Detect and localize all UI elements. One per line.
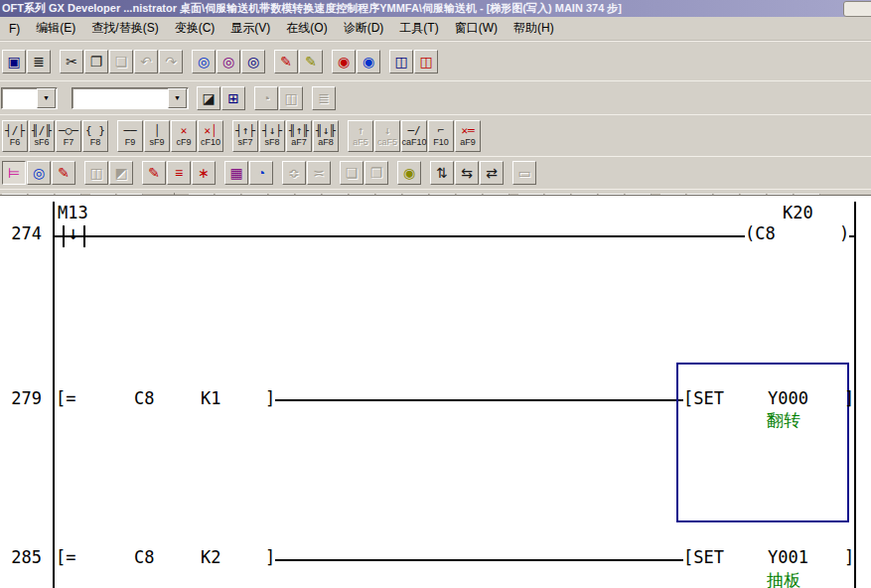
delete-row-button[interactable]: ≍ xyxy=(307,161,331,185)
set-instruction[interactable]: [SET xyxy=(683,388,724,408)
cascade-windows-button[interactable]: ◫ xyxy=(389,50,413,74)
toolbar-standard: ▣ ≣ ✂ ❐ ❏ ↶ ↷ xyxy=(0,41,871,80)
ladder-edit-mode-button[interactable]: ⊨ xyxy=(2,161,26,185)
read-mode-button[interactable]: ◎ xyxy=(27,161,51,185)
compare-open-bracket[interactable]: [= xyxy=(56,547,75,567)
device-comment-edit-button[interactable]: ✎ xyxy=(142,161,166,185)
delete-vertical-line-button[interactable]: ✕│ cF10 xyxy=(198,120,223,152)
menu-diagnostics[interactable]: 诊断(D) xyxy=(336,17,392,40)
save-button[interactable]: ▣ xyxy=(2,50,26,74)
undo-button[interactable]: ↶ xyxy=(134,50,158,74)
rising-pulse-parallel-button[interactable]: ╢↑╟ aF7 xyxy=(286,120,312,152)
falling-pulse-contact[interactable]: ↓ xyxy=(68,221,78,243)
menu-help[interactable]: 帮助(H) xyxy=(506,17,562,40)
statement-edit-button[interactable]: ≡ xyxy=(167,161,191,185)
line-delete-button[interactable]: ✕═ aF9 xyxy=(455,120,481,152)
menu-window[interactable]: 窗口(W) xyxy=(447,17,506,40)
data-list-button[interactable]: ≣ xyxy=(312,86,336,110)
compare-operand-1[interactable]: C8 xyxy=(134,547,154,567)
device-comment[interactable]: 翻转 xyxy=(767,411,800,429)
falling-pulse-button[interactable]: ┤↓├ sF8 xyxy=(259,120,285,152)
compare-close-bracket[interactable]: ] xyxy=(265,388,275,408)
set-instruction[interactable]: [SET xyxy=(683,547,724,567)
monitor-start-button[interactable]: ◉ xyxy=(332,50,356,74)
chevron-down-icon[interactable]: ▼ xyxy=(37,88,56,108)
find-contact-coil-button[interactable]: ◎ xyxy=(192,50,216,74)
application-instruction-button[interactable]: { } F8 xyxy=(82,120,108,152)
contact-closed-button[interactable]: ┤/├ F6 xyxy=(2,120,28,152)
left-power-rail xyxy=(53,202,55,588)
counter-coil-close[interactable]: ) xyxy=(839,223,849,243)
compare-operand-1[interactable]: C8 xyxy=(134,388,154,408)
set-close-bracket[interactable]: ] xyxy=(844,388,854,408)
device-test-button[interactable]: ◉ xyxy=(397,161,421,185)
falling-transition-button[interactable]: ↓ caF5 xyxy=(374,120,400,152)
compare-close-bracket[interactable]: ] xyxy=(265,547,275,567)
window-control-button[interactable] xyxy=(843,1,871,17)
menu-tools[interactable]: 工具(T) xyxy=(391,17,446,40)
delete-horizontal-line-button[interactable]: ✕ cF9 xyxy=(171,120,197,152)
compare-operand-2[interactable]: K1 xyxy=(201,388,220,408)
write-mode-button[interactable]: ✎ xyxy=(52,161,75,185)
rung-wire xyxy=(85,235,745,237)
rung-wire xyxy=(55,235,63,237)
overwrite-mode-button[interactable]: ✎ xyxy=(299,50,323,74)
note-display-button[interactable]: ⇄ xyxy=(480,161,504,185)
set-device[interactable]: Y000 xyxy=(768,388,808,408)
menu-find-replace[interactable]: 查找/替换(S) xyxy=(83,17,166,40)
set-device[interactable]: Y001 xyxy=(768,547,808,567)
monitor-stop-button[interactable]: ◉ xyxy=(357,50,380,74)
insert-column-button[interactable]: ❏ xyxy=(340,161,363,185)
menu-edit[interactable]: 编辑(E) xyxy=(28,17,83,40)
horizontal-line-button[interactable]: ── F9 xyxy=(117,120,143,152)
chevron-down-icon[interactable]: ▼ xyxy=(168,88,187,108)
clock-setting-button[interactable]: ◔ xyxy=(249,161,273,185)
cut-button[interactable]: ✂ xyxy=(60,50,83,74)
print-button[interactable]: ≣ xyxy=(27,50,51,74)
falling-pulse-parallel-button[interactable]: ╢↓╟ aF8 xyxy=(313,120,339,152)
buffer-memory-button[interactable]: ▭ xyxy=(512,161,536,185)
rising-transition-button[interactable]: ↑ aF5 xyxy=(348,120,373,152)
compare-open-bracket[interactable]: [= xyxy=(56,388,75,408)
copy-button[interactable]: ❐ xyxy=(84,50,108,74)
counter-coil-open[interactable]: (C8 xyxy=(745,223,776,243)
counter-preset-value[interactable]: K20 xyxy=(783,203,813,222)
contact-closed-parallel-button[interactable]: ╢/╟ sF6 xyxy=(29,120,55,152)
right-power-rail xyxy=(854,202,856,588)
coil-button[interactable]: ─○─ F7 xyxy=(56,120,81,152)
view-alias-button[interactable]: ◫ xyxy=(279,86,303,110)
view-comment-button[interactable]: ◔ xyxy=(254,86,278,110)
statement-display-button[interactable]: ⇆ xyxy=(455,161,479,185)
comment-display-button[interactable]: ⇅ xyxy=(430,161,454,185)
monitor-write-mode-button[interactable]: ◩ xyxy=(109,161,133,185)
find-device-button[interactable]: ◎ xyxy=(217,50,240,74)
note-edit-button[interactable]: ∗ xyxy=(192,161,216,185)
insert-mode-button[interactable]: ✎ xyxy=(274,50,298,74)
line-draw-button[interactable]: ⌐ F10 xyxy=(428,120,454,152)
insert-row-button[interactable]: ≎ xyxy=(282,161,306,185)
find-window-button[interactable]: ◪ xyxy=(197,86,220,110)
menu-convert[interactable]: 变换(C) xyxy=(167,17,223,40)
toolbar-ladder-edit: ⊨ ◎ ✎ ◫ ◩ ✎ ≡ xyxy=(0,156,871,189)
menu-online[interactable]: 在线(O) xyxy=(278,17,335,40)
set-close-bracket[interactable]: ] xyxy=(844,547,854,567)
ladder-symbol-combo[interactable]: ▼ xyxy=(1,87,58,109)
project-data-toggle-button[interactable]: ◫ xyxy=(414,50,438,74)
find-string-button[interactable]: ◎ xyxy=(241,50,265,74)
project-tree-button[interactable]: ⊞ xyxy=(221,86,245,110)
monitor-mode-button[interactable]: ◫ xyxy=(84,161,108,185)
menu-bar: F) 编辑(E) 查找/替换(S) 变换(C) 显示(V) 在线(O) 诊断 xyxy=(0,17,871,41)
device-comment[interactable]: 抽板 xyxy=(767,571,800,588)
device-memory-button[interactable]: ▦ xyxy=(224,161,248,185)
menu-project-partial[interactable]: F) xyxy=(1,19,28,39)
vertical-line-button[interactable]: │ sF9 xyxy=(144,120,170,152)
project-data-combo[interactable]: ▼ xyxy=(72,87,189,109)
paste-button[interactable]: ❏ xyxy=(109,50,133,74)
redo-button[interactable]: ↷ xyxy=(159,50,183,74)
contact-device-label[interactable]: M13 xyxy=(58,203,88,222)
compare-operand-2[interactable]: K2 xyxy=(201,547,220,567)
delete-column-button[interactable]: ❐ xyxy=(364,161,388,185)
rising-pulse-button[interactable]: ┤↑├ sF7 xyxy=(232,120,258,152)
menu-view[interactable]: 显示(V) xyxy=(222,17,278,40)
invert-result-button[interactable]: ─/ caF10 xyxy=(401,120,427,152)
